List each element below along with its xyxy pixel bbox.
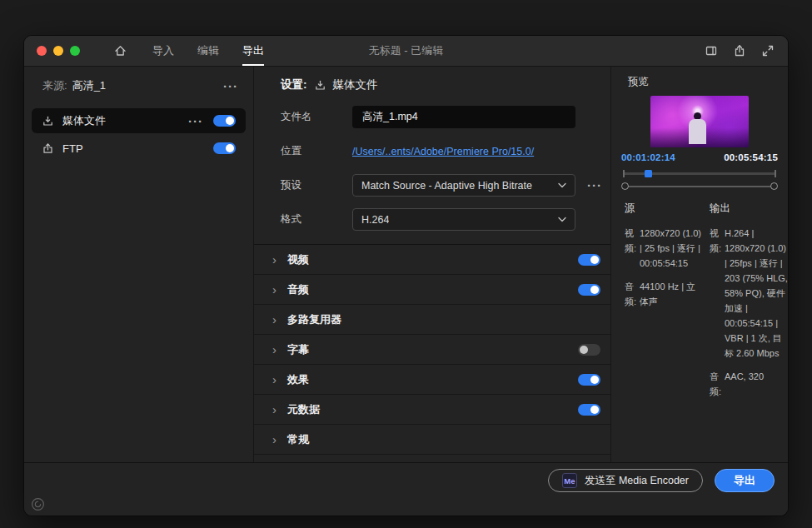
quick-export-button[interactable] — [733, 44, 746, 57]
send-button-label: 发送至 Media Encoder — [585, 474, 689, 488]
settings-sections: › 视频 › 音频 › 多路复用器 › — [254, 244, 610, 455]
chevron-right-icon: › — [272, 313, 284, 326]
media-file-toggle[interactable] — [213, 115, 236, 127]
section-effects[interactable]: › 效果 — [254, 365, 610, 395]
format-dropdown[interactable]: H.264 — [352, 208, 575, 231]
section-label: 效果 — [287, 372, 309, 387]
mode-tabs: 导入 编辑 导出 — [152, 36, 264, 66]
captions-toggle[interactable] — [578, 344, 600, 356]
home-button[interactable] — [113, 44, 127, 57]
destination-list: 媒体文件 ··· FTP — [24, 108, 253, 161]
filename-label: 文件名 — [281, 110, 352, 124]
destination-label: 媒体文件 — [62, 113, 106, 128]
section-general[interactable]: › 常规 — [254, 425, 610, 455]
section-label: 视频 — [287, 252, 309, 267]
tab-edit[interactable]: 编辑 — [197, 36, 219, 66]
detail-key: 视频: — [625, 226, 640, 271]
source-more-button[interactable]: ··· — [222, 78, 240, 94]
duration-timecode: 00:05:54:15 — [724, 152, 778, 162]
tab-export[interactable]: 导出 — [242, 36, 264, 66]
ftp-toggle[interactable] — [213, 142, 236, 154]
preset-dropdown[interactable]: Match Source - Adaptive High Bitrate — [352, 174, 575, 197]
filename-row: 文件名 — [281, 106, 610, 128]
playhead-handle[interactable] — [645, 170, 652, 177]
fullscreen-button[interactable] — [761, 44, 775, 57]
chevron-right-icon: › — [272, 403, 284, 416]
range-out-handle[interactable] — [770, 182, 778, 190]
export-settings-panel: 设置: 媒体文件 文件名 位置 /Users/..ents/Adobe/Prem… — [254, 67, 611, 462]
effects-toggle[interactable] — [578, 374, 600, 386]
detail-value: AAC, 320 — [725, 369, 788, 399]
home-icon — [113, 44, 127, 57]
chevron-right-icon: › — [272, 253, 284, 266]
format-row: 格式 H.264 — [281, 208, 610, 231]
section-label: 多路复用器 — [287, 312, 341, 327]
source-row: 来源: 高清_1 ··· — [24, 75, 253, 95]
section-label: 元数据 — [287, 402, 320, 417]
section-label: 字幕 — [287, 342, 309, 357]
chevron-right-icon: › — [272, 343, 284, 356]
current-timecode: 00:01:02:14 — [621, 152, 675, 162]
section-captions[interactable]: › 字幕 — [254, 335, 610, 365]
settings-label: 设置: — [281, 77, 307, 92]
detail-key: 视频: — [710, 226, 725, 361]
metadata-toggle — [578, 404, 600, 416]
audio-toggle[interactable] — [578, 284, 600, 296]
preset-label: 预设 — [281, 178, 352, 192]
detail-key: 音频: — [625, 279, 640, 309]
location-label: 位置 — [281, 144, 352, 158]
section-label: 常规 — [287, 432, 309, 447]
preview-scrubber[interactable] — [623, 168, 776, 179]
source-name: 高清_1 — [72, 78, 106, 93]
chevron-right-icon: › — [272, 373, 284, 386]
close-button[interactable] — [37, 46, 47, 56]
work-area-range — [621, 181, 778, 192]
upload-box-icon — [42, 142, 54, 155]
scrubber-start-tick — [623, 170, 625, 177]
destinations-sidebar: 来源: 高清_1 ··· 媒体文件 ··· — [24, 67, 254, 462]
performer-silhouette — [689, 119, 706, 144]
tab-import[interactable]: 导入 — [152, 36, 174, 66]
window-title: 无标题 - 已编辑 — [369, 43, 444, 58]
download-tray-icon — [42, 115, 54, 127]
titlebar: 导入 编辑 导出 无标题 - 已编辑 — [24, 36, 788, 67]
fullscreen-icon — [761, 44, 775, 57]
scrubber-end-tick — [775, 170, 776, 177]
media-file-more-button[interactable]: ··· — [187, 113, 205, 129]
zoom-button[interactable] — [70, 46, 80, 56]
destination-ftp[interactable]: FTP — [32, 136, 246, 161]
video-preview-thumbnail — [650, 96, 749, 147]
section-multiplexer[interactable]: › 多路复用器 — [254, 305, 610, 335]
settings-destination-name: 媒体文件 — [333, 77, 378, 92]
export-button[interactable]: 导出 — [715, 469, 775, 492]
output-audio-row: 音频: AAC, 320 — [710, 369, 788, 399]
footer-bar: Me 发送至 Media Encoder 导出 — [24, 462, 788, 516]
source-video-row: 视频: 1280x720 (1.0) | 25 fps | 逐行 | 00:05… — [625, 226, 703, 271]
destination-media-file[interactable]: 媒体文件 ··· — [32, 108, 246, 133]
chevron-right-icon: › — [272, 433, 284, 446]
format-label: 格式 — [281, 212, 352, 227]
range-line — [628, 186, 771, 187]
video-toggle[interactable] — [578, 254, 600, 266]
preset-more-button[interactable]: ··· — [585, 177, 604, 193]
source-label: 来源: — [42, 78, 67, 93]
titlebar-actions — [705, 44, 775, 57]
desktop-background: 导入 编辑 导出 无标题 - 已编辑 — [0, 0, 812, 528]
location-row: 位置 /Users/..ents/Adobe/Premiere Pro/15.0… — [281, 140, 610, 162]
section-video[interactable]: › 视频 — [254, 245, 610, 275]
filename-input[interactable] — [352, 106, 575, 128]
preview-panel: 预览 00:01:02:14 00:05:54:15 — [611, 67, 788, 462]
range-in-handle[interactable] — [621, 182, 629, 190]
chevron-down-icon — [558, 217, 566, 222]
workspace-panel-button[interactable] — [705, 44, 718, 57]
minimize-button[interactable] — [53, 46, 63, 56]
format-value: H.264 — [361, 214, 389, 226]
detail-value: H.264 | 1280x720 (1.0) | 25fps | 逐行 | 20… — [725, 226, 788, 361]
chevron-down-icon — [558, 182, 566, 188]
section-audio[interactable]: › 音频 — [254, 275, 610, 305]
workspace-panel-icon — [705, 44, 718, 57]
location-link[interactable]: /Users/..ents/Adobe/Premiere Pro/15.0/ — [352, 146, 534, 157]
section-metadata[interactable]: › 元数据 — [254, 395, 610, 425]
output-header: 输出 — [710, 202, 788, 216]
send-to-media-encoder-button[interactable]: Me 发送至 Media Encoder — [548, 469, 703, 492]
